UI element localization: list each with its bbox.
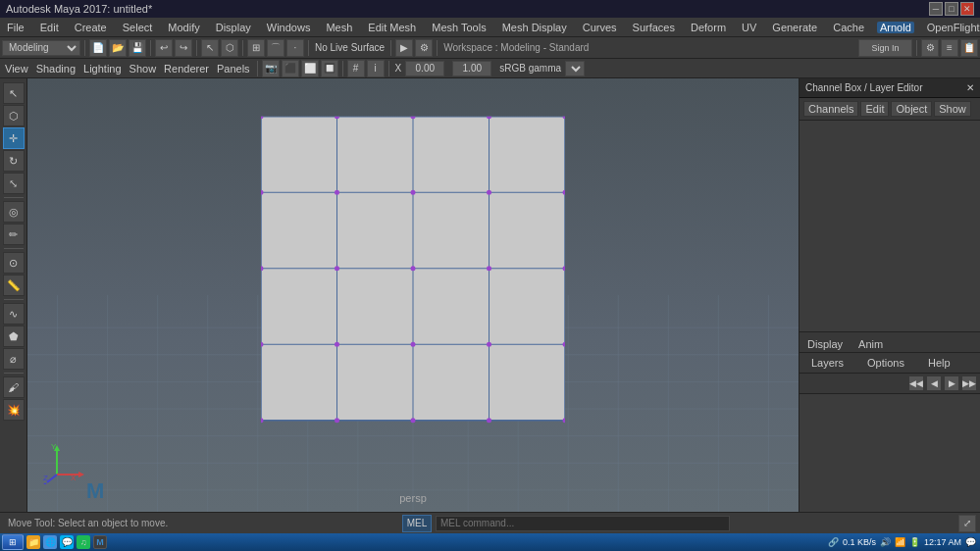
skype-icon[interactable]: 💬: [60, 535, 74, 549]
grid-icon[interactable]: #: [347, 60, 365, 77]
paint-btn[interactable]: 🖌: [3, 376, 25, 398]
measure-btn[interactable]: 📏: [3, 275, 25, 296]
menu-mesh[interactable]: Mesh: [323, 22, 355, 33]
mel-label[interactable]: MEL: [402, 515, 432, 532]
file-explorer-icon[interactable]: 📁: [26, 535, 40, 549]
menu-file[interactable]: File: [4, 22, 27, 33]
bottom-bar: Move Tool: Select an object to move. MEL…: [0, 512, 980, 533]
play-back-btn[interactable]: ◀: [927, 376, 941, 390]
texture-icon[interactable]: 🔲: [321, 60, 338, 77]
smooth-shade-icon[interactable]: ⬜: [301, 60, 319, 77]
menu-curves[interactable]: Curves: [580, 22, 620, 33]
menu-mesh-display[interactable]: Mesh Display: [499, 22, 570, 33]
menu-modify[interactable]: Modify: [165, 22, 202, 33]
translate-x-input[interactable]: [405, 61, 444, 76]
render-settings-icon[interactable]: ⚙: [415, 39, 433, 57]
menu-cache[interactable]: Cache: [830, 22, 867, 33]
curve-btn[interactable]: ∿: [3, 303, 25, 325]
select-icon[interactable]: ↖: [201, 39, 219, 57]
close-button[interactable]: ✕: [960, 2, 974, 16]
heads-up-icon[interactable]: i: [367, 60, 385, 77]
music-icon[interactable]: ♫: [77, 535, 90, 549]
save-file-icon[interactable]: 💾: [129, 39, 146, 57]
play-fwd-btn[interactable]: ▶: [945, 376, 958, 390]
tab-edit[interactable]: Edit: [860, 101, 889, 117]
next-frame-btn[interactable]: ▶▶: [962, 376, 976, 390]
anim-tab[interactable]: Anim: [851, 336, 891, 352]
open-file-icon[interactable]: 📂: [109, 39, 127, 57]
camera-icon[interactable]: 📷: [262, 60, 280, 77]
minimize-button[interactable]: ─: [929, 2, 943, 16]
attribute-editor-icon[interactable]: 📋: [960, 39, 978, 57]
menu-generate[interactable]: Generate: [769, 22, 820, 33]
maya-taskbar-icon[interactable]: M: [93, 535, 107, 549]
lighting-menu[interactable]: Lighting: [80, 63, 125, 75]
display-tab[interactable]: Display: [799, 336, 851, 352]
expand-icon[interactable]: ⤢: [958, 515, 976, 532]
shading-menu[interactable]: Shading: [33, 63, 78, 75]
render-icon[interactable]: ▶: [395, 39, 413, 57]
rotate-tool-btn[interactable]: ↻: [3, 150, 25, 172]
tab-object[interactable]: Object: [891, 101, 932, 117]
scale-tool-btn[interactable]: ⤡: [3, 173, 25, 194]
svg-point-52: [411, 418, 416, 423]
sep10: [342, 61, 343, 76]
viewport-resize-btn[interactable]: ⤢: [958, 515, 976, 532]
menu-select[interactable]: Select: [120, 22, 156, 33]
show-menu[interactable]: Show: [127, 63, 160, 75]
start-button[interactable]: ⊞: [2, 534, 24, 550]
menu-edit-mesh[interactable]: Edit Mesh: [365, 22, 419, 33]
menu-arnold[interactable]: Arnold: [877, 22, 914, 33]
signin-icon[interactable]: Sign In: [858, 39, 912, 57]
browser-icon[interactable]: 🌐: [43, 535, 57, 549]
sep1: [84, 40, 85, 56]
right-panel-close-icon[interactable]: ✕: [966, 82, 974, 93]
lasso-tool-btn[interactable]: ⬡: [3, 105, 25, 126]
prev-frame-btn[interactable]: ◀◀: [909, 376, 923, 390]
channel-box-icon[interactable]: ≡: [941, 39, 958, 57]
mode-dropdown[interactable]: Modeling: [2, 40, 80, 56]
menu-uv[interactable]: UV: [739, 22, 759, 33]
redo-icon[interactable]: ↪: [175, 39, 192, 57]
sculpt-btn[interactable]: ✏: [3, 224, 25, 245]
nurbs-btn[interactable]: ⌀: [3, 348, 25, 370]
new-file-icon[interactable]: 📄: [89, 39, 107, 57]
snap-to-btn[interactable]: ⊙: [3, 252, 25, 274]
select-tool-btn[interactable]: ↖: [3, 82, 25, 104]
view-menu[interactable]: View: [2, 63, 31, 75]
menu-mesh-tools[interactable]: Mesh Tools: [429, 22, 489, 33]
snap-grid-icon[interactable]: ⊞: [247, 39, 265, 57]
gamma-dropdown[interactable]: ▼: [565, 61, 585, 76]
move-tool-btn[interactable]: ✛: [3, 127, 25, 149]
viewport-area[interactable]: X Y Z M persp: [27, 78, 799, 512]
network-icon: 🔗: [828, 537, 839, 547]
soft-mod-btn[interactable]: ◎: [3, 201, 25, 223]
tab-channels[interactable]: Channels: [803, 101, 858, 117]
renderer-menu[interactable]: Renderer: [161, 63, 212, 75]
undo-icon[interactable]: ↩: [155, 39, 173, 57]
maximize-button[interactable]: □: [945, 2, 958, 16]
panels-menu[interactable]: Panels: [214, 63, 253, 75]
help-tab[interactable]: Help: [920, 355, 958, 371]
layers-tab[interactable]: Layers: [803, 355, 851, 371]
snap-curve-icon[interactable]: ⌒: [267, 39, 284, 57]
options-tab[interactable]: Options: [859, 355, 912, 371]
tab-show[interactable]: Show: [934, 101, 971, 117]
menu-create[interactable]: Create: [72, 22, 110, 33]
menu-windows[interactable]: Windows: [264, 22, 314, 33]
dynamics-btn[interactable]: 💥: [3, 399, 25, 421]
menu-surfaces[interactable]: Surfaces: [630, 22, 678, 33]
snap-point-icon[interactable]: ·: [286, 39, 304, 57]
poly-btn[interactable]: ⬟: [3, 326, 25, 347]
translate-y-input[interactable]: [452, 61, 491, 76]
lasso-icon[interactable]: ⬡: [221, 39, 238, 57]
menu-edit[interactable]: Edit: [37, 22, 62, 33]
settings-icon[interactable]: ⚙: [921, 39, 939, 57]
menu-deform[interactable]: Deform: [688, 22, 729, 33]
mel-input[interactable]: [436, 516, 730, 531]
wireframe-icon[interactable]: ⬛: [282, 60, 299, 77]
menu-openflight[interactable]: OpenFlight: [924, 22, 980, 33]
status-text: Move Tool: Select an object to move.: [8, 518, 168, 528]
menu-display[interactable]: Display: [213, 22, 254, 33]
notification-icon[interactable]: 💬: [965, 537, 976, 547]
